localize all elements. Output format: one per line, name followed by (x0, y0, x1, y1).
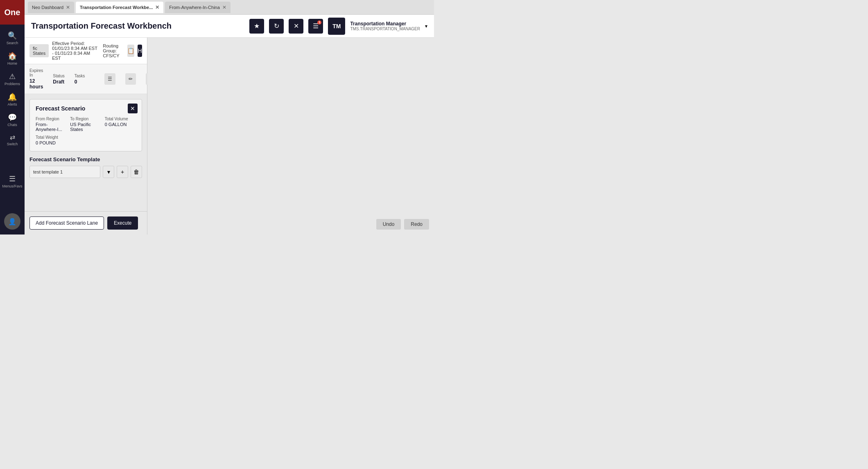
menu-icon: ☰ (9, 174, 16, 183)
sidebar-item-problems[interactable]: ⚠ Problems (0, 69, 25, 89)
sidebar-item-menus[interactable]: ☰ Menus/Favs (0, 171, 25, 192)
right-content-area: Undo Redo (147, 38, 434, 234)
user-role-label: Transportation Manager (350, 21, 420, 27)
status-info: Status Draft (53, 74, 64, 85)
scenario-info-bar: Expires In 12 hours Status Draft Tasks 0… (25, 64, 147, 94)
status-badge: Draft (53, 79, 64, 85)
home-icon: 🏠 (8, 52, 17, 61)
template-input[interactable] (29, 166, 100, 178)
sidebar-item-search[interactable]: 🔍 Search (0, 28, 25, 48)
warning-icon: ⚠ (9, 72, 16, 81)
tab-close-neo-dashboard[interactable]: ✕ (66, 5, 70, 10)
sidebar: One 🔍 Search 🏠 Home ⚠ Problems 🔔 Alerts … (0, 0, 25, 234)
undo-button[interactable]: Undo (376, 219, 401, 230)
h-icon-button[interactable]: H (138, 45, 142, 57)
from-region-field: From Region From-Anywhere-I... (36, 117, 67, 132)
main-area: Neo Dashboard ✕ Transportation Forecast … (25, 0, 434, 234)
panel-bottom-actions: Add Forecast Scenario Lane Execute (25, 211, 147, 234)
template-add-button[interactable]: + (117, 166, 128, 178)
page-title: Transportation Forecast Workbench (31, 21, 244, 31)
execute-button[interactable]: Execute (107, 216, 138, 230)
app-logo[interactable]: One (0, 0, 25, 25)
user-info: Transportation Manager TMS.TRANSPORTATIO… (350, 21, 420, 31)
clipboard-icon-button[interactable]: 📋 (127, 45, 134, 57)
add-forecast-lane-button[interactable]: Add Forecast Scenario Lane (29, 216, 104, 230)
header-actions: ★ ↻ ✕ ☰ 1 TM Transportation Manager TMS.… (249, 18, 427, 35)
forecast-card-title: Forecast Scenario (36, 105, 136, 112)
forecast-fields: From Region From-Anywhere-I... To Region… (36, 117, 136, 132)
workbench-toolbar: fic States Effective Period: 01/01/23 8:… (25, 38, 147, 64)
profile-avatar: 👤 (4, 213, 20, 230)
user-profile-icon[interactable]: 👤 (4, 213, 20, 230)
redo-button[interactable]: Redo (404, 219, 429, 230)
page-header: Transportation Forecast Workbench ★ ↻ ✕ … (25, 15, 434, 38)
tab-transportation-forecast[interactable]: Transportation Forecast Workbe... ✕ (76, 2, 163, 13)
switch-icon: ⇄ (10, 133, 15, 141)
forecast-panel: fic States Effective Period: 01/01/23 8:… (25, 38, 147, 234)
expires-in-info: Expires In 12 hours (29, 68, 43, 90)
notification-badge: 1 (317, 20, 321, 25)
chat-icon: 💬 (8, 113, 17, 122)
tab-close-transportation[interactable]: ✕ (155, 5, 159, 10)
to-region-field: To Region US Pacific States (70, 117, 101, 132)
tab-neo-dashboard[interactable]: Neo Dashboard ✕ (28, 2, 74, 13)
total-volume-field: Total Volume 0 GALLON (105, 117, 136, 132)
total-weight-field: Total Weight 0 POUND (36, 135, 136, 145)
sidebar-item-alerts[interactable]: 🔔 Alerts (0, 89, 25, 110)
favorite-button[interactable]: ★ (249, 19, 264, 34)
edit-view-button[interactable]: ✏ (125, 73, 136, 85)
forecast-card-close-button[interactable]: ✕ (128, 104, 138, 113)
notification-area: ☰ 1 (308, 19, 323, 34)
routing-group-label: Routing Group: CFS/CY (103, 43, 121, 58)
list-view-button[interactable]: ☰ (104, 73, 115, 85)
bell-icon: 🔔 (8, 92, 17, 101)
region-badge: fic States (29, 44, 49, 57)
effective-period-label: Effective Period: 01/01/23 8:34 AM EST -… (52, 41, 99, 61)
template-delete-button[interactable]: 🗑 (131, 166, 142, 178)
sidebar-item-chats[interactable]: 💬 Chats (0, 110, 25, 130)
template-section: Forecast Scenario Template ▾ + 🗑 (25, 156, 147, 183)
user-avatar: TM (328, 18, 345, 35)
user-id-label: TMS.TRANSPORTATION_MANAGER (350, 27, 420, 31)
content-area: fic States Effective Period: 01/01/23 8:… (25, 38, 434, 234)
close-workbench-button[interactable]: ✕ (289, 19, 303, 34)
search-icon: 🔍 (8, 31, 17, 40)
sidebar-item-switch[interactable]: ⇄ Switch (0, 130, 25, 149)
forecast-scenario-card: Forecast Scenario ✕ From Region From-Any… (29, 99, 142, 151)
notification-button[interactable]: ☰ 1 (308, 19, 323, 34)
sidebar-item-home[interactable]: 🏠 Home (0, 48, 25, 69)
user-dropdown-button[interactable]: ▾ (425, 23, 427, 29)
template-row: ▾ + 🗑 (29, 166, 142, 178)
template-dropdown-button[interactable]: ▾ (103, 166, 114, 178)
refresh-button[interactable]: ↻ (269, 19, 284, 34)
tasks-info: Tasks 0 (75, 74, 85, 85)
tab-from-anywhere[interactable]: From-Anywhere-In-China ✕ (165, 2, 230, 13)
tab-bar: Neo Dashboard ✕ Transportation Forecast … (25, 0, 434, 15)
undo-redo-bar: Undo Redo (371, 214, 434, 234)
tab-close-from-anywhere[interactable]: ✕ (222, 5, 226, 10)
template-section-title: Forecast Scenario Template (29, 156, 142, 162)
